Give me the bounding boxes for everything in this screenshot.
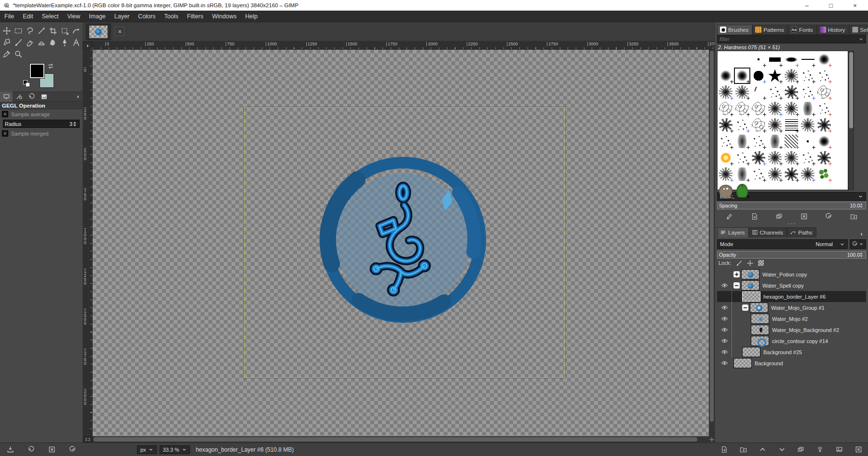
layer-visibility-toggle[interactable] <box>717 326 732 333</box>
layer-row[interactable]: Background <box>717 358 866 369</box>
menu-item-layer[interactable]: Layer <box>110 12 134 21</box>
edit-brush-button[interactable] <box>726 213 733 220</box>
opacity-slider[interactable]: Opacity 100.0 <box>717 251 866 259</box>
tab-images[interactable] <box>38 92 50 102</box>
tab-brushes[interactable]: Brushes <box>717 25 752 35</box>
layer-visibility-toggle[interactable] <box>717 337 732 345</box>
brush-cell[interactable] <box>816 51 832 68</box>
new-brush-button[interactable] <box>751 213 758 220</box>
brush-cell[interactable] <box>750 117 767 133</box>
vertical-ruler[interactable]: 02 5 05 0 07 5 01 0 0 01 2 5 01 5 0 01 7… <box>83 50 93 436</box>
brush-cell[interactable] <box>734 117 750 133</box>
brush-cell[interactable] <box>750 150 767 166</box>
brush-cell[interactable] <box>767 100 783 117</box>
tab-paths[interactable]: Paths <box>787 227 816 237</box>
layer-thumbnail[interactable] <box>742 347 760 357</box>
layer-expander-minus-icon[interactable] <box>742 304 748 311</box>
canvas-viewport[interactable] <box>93 50 709 436</box>
tab-tool-options[interactable] <box>0 92 13 102</box>
default-colors-icon[interactable] <box>23 80 29 86</box>
brush-cell[interactable] <box>718 100 734 117</box>
layer-thumbnail[interactable] <box>750 303 768 313</box>
layer-row[interactable]: Water_Potion copy <box>717 269 866 280</box>
layer-row[interactable]: hexagon_border_Layer #6 <box>717 291 866 302</box>
brush-cell[interactable] <box>750 166 767 182</box>
lower-layer-button[interactable] <box>778 446 786 453</box>
brush-cell[interactable] <box>783 84 800 100</box>
lock-alpha-toggle[interactable] <box>758 260 764 266</box>
menu-item-edit[interactable]: Edit <box>18 12 38 21</box>
layer-row[interactable]: Water_Mojo_Background #2 <box>717 324 866 335</box>
zoom-tool-button[interactable] <box>13 48 24 60</box>
brush-cell[interactable] <box>816 68 832 84</box>
paintbrush-tool-button[interactable] <box>13 37 24 48</box>
menu-item-colors[interactable]: Colors <box>134 12 160 21</box>
brush-cell[interactable] <box>800 51 816 68</box>
layer-visibility-toggle[interactable] <box>717 348 732 356</box>
eraser-tool-button[interactable] <box>24 37 36 48</box>
menu-item-filters[interactable]: Filters <box>183 12 208 21</box>
tab-patterns[interactable]: Patterns <box>752 25 788 35</box>
sample-average-checkbox[interactable] <box>2 111 8 117</box>
horizontal-ruler[interactable]: 0250500750100012501500175020002250250027… <box>93 41 715 50</box>
brush-cell[interactable] <box>816 166 832 182</box>
swap-colors-icon[interactable] <box>47 63 55 69</box>
text-tool-button[interactable] <box>70 37 82 48</box>
tab-channels[interactable]: Channels <box>749 227 787 237</box>
image-menu-button[interactable] <box>83 41 93 50</box>
tab-history[interactable]: History <box>817 25 849 35</box>
delete-tool-preset-button[interactable] <box>48 446 55 453</box>
brush-cell[interactable] <box>800 150 816 166</box>
brush-cell[interactable] <box>816 150 832 166</box>
layer-thumbnail[interactable] <box>751 336 769 346</box>
brush-cell[interactable] <box>734 84 750 100</box>
open-brush-folder-button[interactable] <box>850 213 857 220</box>
bucket-fill-tool-button[interactable] <box>1 37 13 48</box>
clone-tool-button[interactable] <box>36 37 47 48</box>
anchor-layer-button[interactable] <box>836 446 843 453</box>
tab-undo-history[interactable] <box>25 92 38 102</box>
brush-cell[interactable] <box>783 166 800 182</box>
refresh-brushes-button[interactable] <box>825 213 832 220</box>
layer-visibility-toggle[interactable] <box>717 282 732 289</box>
brush-cell[interactable] <box>718 182 734 199</box>
brush-cell[interactable] <box>750 68 767 84</box>
layer-row[interactable]: Water_Spell copy <box>717 280 866 291</box>
unit-dropdown[interactable]: px <box>137 445 157 454</box>
layer-visibility-toggle[interactable] <box>717 315 732 322</box>
duplicate-brush-button[interactable] <box>775 213 783 220</box>
smudge-tool-button[interactable] <box>47 37 59 48</box>
radius-field[interactable]: Radius 3 <box>3 120 80 128</box>
brush-cell[interactable] <box>767 51 783 68</box>
sample-merged-checkbox[interactable] <box>2 130 8 137</box>
brush-grid-scrollbar[interactable] <box>848 51 854 190</box>
lock-position-toggle[interactable] <box>747 260 753 266</box>
brush-cell[interactable] <box>800 166 816 182</box>
layer-thumbnail[interactable] <box>751 325 769 335</box>
brush-cell[interactable] <box>734 100 750 117</box>
lock-pixels-toggle[interactable] <box>736 260 742 266</box>
layer-expander-minus-icon[interactable] <box>733 282 740 289</box>
brush-cell[interactable] <box>800 84 816 100</box>
menu-item-select[interactable]: Select <box>38 12 63 21</box>
vertical-scrollbar[interactable] <box>709 50 715 436</box>
layer-mode-dropdown[interactable]: Mode Normal <box>717 239 848 249</box>
raise-layer-button[interactable] <box>759 446 766 453</box>
brush-cell[interactable] <box>750 100 767 117</box>
dock-collapse-icon[interactable] <box>75 94 81 100</box>
brush-cell[interactable] <box>734 133 750 150</box>
brush-cell[interactable] <box>783 150 800 166</box>
brush-cell[interactable] <box>816 133 832 150</box>
brush-cell[interactable] <box>816 100 832 117</box>
brush-cell[interactable] <box>734 182 750 199</box>
reset-tool-options-button[interactable] <box>69 446 76 453</box>
brush-cell[interactable] <box>800 100 816 117</box>
menu-item-file[interactable]: File <box>0 12 18 21</box>
move-tool-button[interactable] <box>1 25 13 37</box>
warp-transform-tool-button[interactable] <box>70 25 82 37</box>
brush-cell[interactable] <box>783 117 800 133</box>
brush-cell[interactable] <box>767 117 783 133</box>
brush-cell[interactable] <box>800 133 816 150</box>
unified-transform-tool-button[interactable] <box>59 25 70 37</box>
layer-thumbnail[interactable] <box>751 314 769 324</box>
